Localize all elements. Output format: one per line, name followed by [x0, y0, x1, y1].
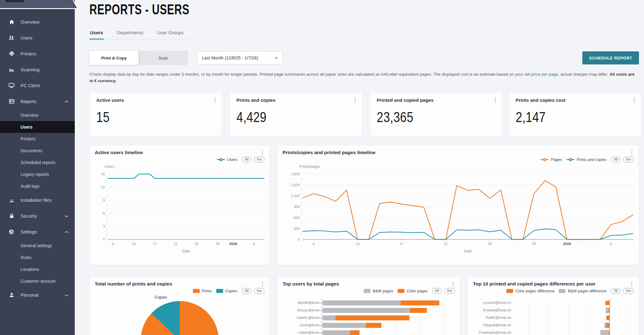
bar-chart-plot: AlexW@foxte.chJesusL@foxte.chIsaiahL@fox…	[278, 277, 460, 335]
chart-card-prints-pages-timeline: Prints/copies and printed pages timeline…	[277, 145, 639, 265]
legend-item-copies[interactable]: Copies	[216, 289, 237, 293]
kebab-menu-icon[interactable]	[259, 279, 266, 288]
svg-text:900: 900	[294, 205, 300, 209]
reports-icon	[8, 98, 15, 105]
schedule-report-button[interactable]: SCHEDULE REPORT	[582, 51, 639, 64]
svg-text:600: 600	[294, 216, 300, 219]
bar-category-label: LynneR@foxte.ch	[468, 301, 511, 304]
sidebar-item-overview[interactable]: Overview	[0, 14, 75, 30]
sidebar-item-label: Documents	[21, 149, 42, 153]
bar-category-label: PradeepG@foxte.ch	[468, 331, 511, 334]
stat-card-title: Prints and copies	[236, 97, 275, 103]
sidebar-item-audit-logs[interactable]: Audit logs	[0, 180, 75, 192]
svg-text:2026: 2026	[563, 242, 571, 246]
svg-text:9: 9	[312, 242, 314, 246]
tab-bar: Users Departments User Groups	[89, 27, 190, 40]
svg-text:17: 17	[400, 242, 404, 246]
sidebar-item-customer-account[interactable]: Customer account	[0, 275, 75, 287]
sidebar-item-installation-files[interactable]: Installation files	[0, 192, 75, 208]
grid-line	[569, 299, 569, 335]
legend-pill-inv[interactable]: Inv	[254, 288, 265, 294]
sidebar-item-scanning[interactable]: Scanning	[0, 62, 75, 78]
tab-departments[interactable]: Departments	[116, 27, 144, 40]
grid-line	[589, 299, 589, 335]
pie-chart	[141, 301, 219, 335]
svg-text:Date: Date	[182, 249, 190, 253]
sidebar-item-overview[interactable]: Overview	[0, 109, 75, 121]
sidebar-item-label: Legacy reports	[21, 172, 49, 177]
monitor-icon	[8, 83, 15, 89]
bar-color-pages	[336, 315, 409, 320]
controls-row: Print & Copy Scan Last Month (12/8/25 - …	[89, 51, 644, 65]
price-per-page-link[interactable]: price per page	[531, 72, 558, 77]
sidebar-item-label: PC Client	[21, 83, 40, 88]
sidebar-item-documents[interactable]: Documents	[0, 145, 75, 157]
sidebar-item-label: Rules	[21, 255, 31, 260]
sidebar-item-users[interactable]: Users	[0, 30, 75, 46]
chart-card-active-users-timeline: Active users timeline UsersAllInv Users0…	[89, 145, 270, 265]
tab-user-groups[interactable]: User Groups	[157, 27, 184, 40]
sidebar-item-label: Installation files	[21, 198, 51, 203]
category-tick	[609, 299, 611, 300]
bar-bw-pages	[322, 300, 401, 305]
svg-text:15: 15	[101, 172, 105, 176]
bar-category-label: GradyA@foxte.ch	[468, 308, 511, 312]
sidebar-item-rules[interactable]: Rules	[0, 252, 75, 263]
svg-text:25: 25	[488, 242, 492, 246]
bar-color-pages	[350, 330, 360, 335]
sidebar-item-printers[interactable]: Printers	[0, 46, 75, 62]
sidebar-item-scheduled-reports[interactable]: Scheduled reports	[0, 157, 75, 168]
kebab-menu-icon[interactable]	[211, 95, 219, 104]
bar-color-pages	[401, 300, 439, 305]
legend-pill-all[interactable]: All	[242, 288, 251, 294]
sidebar-item-users[interactable]: Users	[0, 121, 75, 133]
bar-color-difference	[606, 316, 609, 320]
svg-text:Users: Users	[105, 164, 114, 169]
grid-line	[528, 299, 529, 335]
report-description: Charts display data by day for date rang…	[89, 71, 638, 84]
date-range-dropdown[interactable]: Last Month (12/8/25 - 1/7/26) ▼	[197, 51, 283, 64]
legend-item-prints[interactable]: Prints	[193, 289, 212, 293]
svg-text:1,200: 1,200	[291, 194, 300, 198]
svg-text:12: 12	[101, 185, 105, 189]
tab-users[interactable]: Users	[89, 27, 104, 40]
line-chart-plot: Users036912159131721252920265Date	[90, 145, 270, 266]
sidebar-item-printers[interactable]: Printers	[0, 133, 75, 145]
kebab-menu-icon[interactable]	[351, 95, 359, 104]
bar-category-label: IsaiahL@foxte.ch	[278, 316, 324, 319]
sidebar-item-legacy-reports[interactable]: Legacy reports	[0, 168, 75, 180]
sidebar-item-label: Personal	[21, 293, 38, 298]
sidebar-item-general-settings[interactable]: General settings	[0, 240, 75, 252]
sidebar-item-label: Reports	[21, 99, 36, 104]
page-title: REPORTS - USERS	[89, 1, 189, 18]
lock-icon	[8, 213, 15, 219]
description-text-2: , actual charges may differ.	[558, 72, 609, 77]
category-tick	[321, 299, 322, 300]
sidebar-item-label: General settings	[21, 243, 52, 248]
svg-text:21: 21	[174, 242, 178, 246]
sidebar-item-reports[interactable]: Reports	[0, 93, 75, 109]
stat-card-title: Printed and copied pages	[377, 97, 434, 103]
toggle-print-copy[interactable]: Print & Copy	[89, 51, 139, 65]
svg-text:29: 29	[216, 242, 220, 246]
svg-text:17: 17	[153, 242, 157, 246]
sidebar-item-label: Security	[21, 214, 37, 219]
chart-card-top10-differences: Top 10 printed and copied pages differen…	[468, 276, 639, 335]
svg-text:3: 3	[103, 224, 105, 228]
sidebar-item-label: Audit logs	[21, 184, 40, 189]
bar-color-difference	[606, 323, 609, 328]
sidebar-item-label: Printers	[21, 137, 36, 141]
bar-color-difference	[605, 301, 609, 305]
bar-category-label: JesusL@foxte.ch	[278, 308, 324, 312]
chart-title: Total number of prints and copies	[95, 281, 172, 287]
sidebar-item-settings[interactable]: Settings	[0, 224, 75, 240]
sidebar-item-personal[interactable]: Personal	[0, 287, 75, 303]
sidebar-item-locations[interactable]: Locations	[0, 263, 75, 275]
kebab-menu-icon[interactable]	[631, 95, 638, 104]
sidebar-item-security[interactable]: Security	[0, 208, 75, 224]
svg-text:0: 0	[298, 238, 300, 241]
kebab-menu-icon[interactable]	[492, 95, 499, 104]
grid-line	[630, 299, 630, 335]
sidebar-item-pc-client[interactable]: PC Client	[0, 78, 75, 93]
toggle-scan[interactable]: Scan	[139, 51, 188, 65]
